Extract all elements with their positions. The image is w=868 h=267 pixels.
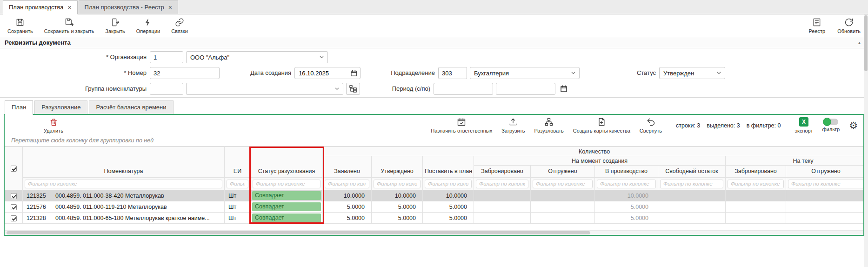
link-icon <box>175 18 184 27</box>
period-from-input[interactable] <box>434 83 493 95</box>
number-input[interactable] <box>150 67 220 79</box>
horizontal-scrollbar-thumb[interactable] <box>7 231 590 234</box>
explode-button[interactable]: Разузловать <box>534 117 563 134</box>
vertical-scrollbar[interactable] <box>864 14 868 267</box>
table-row[interactable]: 121328000.4859. 011.000-65-180 Металлору… <box>5 213 864 224</box>
organization-select[interactable]: ООО "Альфа" <box>186 51 328 63</box>
row-unit: Шт <box>225 201 251 213</box>
period-to-input[interactable] <box>496 83 555 95</box>
document-form: * Организация ООО "Альфа" * Номер Дата с… <box>0 48 868 98</box>
row-checkbox[interactable] <box>11 193 17 199</box>
close-tab-icon[interactable]: × <box>67 5 71 10</box>
select-all-checkbox[interactable] <box>11 166 17 172</box>
window-tab-registry[interactable]: План производства - Реестр × <box>79 0 178 14</box>
filter-input-requested[interactable] <box>325 180 369 188</box>
col-header-free-balance[interactable]: Свободный остаток <box>658 166 726 178</box>
row-in-production: 10.0000 <box>595 190 658 201</box>
collapse-icon[interactable]: ▲ <box>857 37 861 48</box>
filter-input-unit[interactable] <box>227 180 248 188</box>
row-checkbox[interactable] <box>11 204 17 210</box>
status-select[interactable]: Утвержден <box>659 67 725 79</box>
filter-input-in-production[interactable] <box>597 180 656 188</box>
window-tab-plan[interactable]: План производства × <box>3 0 78 14</box>
col-header-to-plan[interactable]: Поставить в план <box>423 156 474 178</box>
export-button[interactable]: X экспорт <box>795 117 813 134</box>
plan-panel: Удалить Назначить ответственных Загрузит… <box>4 114 864 236</box>
calendar-icon[interactable] <box>350 70 357 77</box>
assign-responsible-button[interactable]: Назначить ответственных <box>431 117 492 134</box>
col-header-unit[interactable]: ЕИ <box>225 147 251 178</box>
nomenclature-group-code-input[interactable] <box>150 83 183 95</box>
filter-input-reserved[interactable] <box>476 180 528 188</box>
close-button[interactable]: Закрыть <box>105 18 125 34</box>
row-select-cell[interactable] <box>5 190 23 201</box>
row-id: 121328 <box>27 215 55 221</box>
status-badge: Совпадает <box>252 214 321 222</box>
close-tab-icon[interactable]: × <box>168 5 172 10</box>
gear-icon[interactable]: ⚙ <box>849 121 858 130</box>
status-label: Статус <box>615 67 656 79</box>
toggle-switch-icon[interactable] <box>823 119 838 125</box>
department-code-input[interactable] <box>438 67 467 79</box>
department-select[interactable]: Бухгалтерия <box>470 67 580 79</box>
row-select-cell[interactable] <box>5 201 23 213</box>
creation-date-field[interactable] <box>294 67 361 79</box>
table-row[interactable]: 121576000.4859. 011.000-119-210 Металлор… <box>5 201 864 213</box>
save-button[interactable]: Сохранить <box>7 18 33 34</box>
col-group-at-creation: На момент создания <box>474 156 726 166</box>
save-close-icon <box>65 18 74 27</box>
organization-code-input[interactable] <box>150 51 183 63</box>
nomenclature-tree-button[interactable] <box>346 83 360 95</box>
select-all-cell[interactable] <box>5 147 23 190</box>
filter-input-free-balance[interactable] <box>660 180 723 188</box>
col-group-quantity: Количество <box>323 147 864 156</box>
table-row[interactable]: 121325000.4859. 011.000-38-420 Металлору… <box>5 190 864 201</box>
filter-input-reserved-current[interactable] <box>728 180 784 188</box>
calendar-icon <box>560 85 568 93</box>
period-calendar-button[interactable] <box>560 83 568 95</box>
creation-date-input[interactable] <box>298 69 348 77</box>
group-by-dropzone[interactable]: Перетащите сюда колонку для группировки … <box>5 135 863 147</box>
save-and-close-button[interactable]: Сохранить и закрыть <box>44 18 94 34</box>
filter-input-explosion-status[interactable] <box>253 180 320 188</box>
filter-cell <box>225 178 251 190</box>
filter-input-approved[interactable] <box>374 180 421 188</box>
tab-time-balance[interactable]: Расчёт баланса времени <box>89 100 173 114</box>
row-approved: 10.0000 <box>372 190 423 201</box>
col-header-explosion-status[interactable]: Статус разузлования <box>251 147 323 178</box>
col-header-reserved[interactable]: Забронировано <box>474 166 531 178</box>
tab-plan[interactable]: План <box>5 100 33 115</box>
operations-button[interactable]: Операции <box>136 18 160 34</box>
col-header-approved[interactable]: Утверждено <box>372 156 423 178</box>
row-select-cell[interactable] <box>5 213 23 224</box>
links-button[interactable]: Связки <box>171 18 188 34</box>
filter-toggle[interactable]: фильтр <box>822 119 840 132</box>
vertical-scrollbar-thumb[interactable] <box>864 15 868 71</box>
save-icon <box>15 18 25 27</box>
collapse-rows-button[interactable]: Свернуть <box>640 117 662 134</box>
filter-input-shipped-current[interactable] <box>788 180 863 188</box>
horizontal-scrollbar[interactable] <box>5 230 863 235</box>
col-header-shipped-current[interactable]: Отгружено <box>786 166 864 178</box>
filter-input-nomenclature[interactable] <box>25 180 222 188</box>
excel-export-icon: X <box>799 117 808 127</box>
col-header-shipped[interactable]: Отгружено <box>531 166 595 178</box>
filter-cell <box>23 178 225 190</box>
row-to-plan: 5.0000 <box>423 201 474 213</box>
col-header-in-production[interactable]: В производство <box>595 166 658 178</box>
registry-button[interactable]: Реестр <box>808 18 825 34</box>
nomenclature-group-select[interactable] <box>186 83 343 95</box>
filter-cell <box>531 178 595 190</box>
table-wrap: Номенклатура ЕИ Статус разузлования Коли… <box>5 147 863 224</box>
col-header-nomenclature[interactable]: Номенклатура <box>23 147 225 178</box>
refresh-button[interactable]: Обновить <box>837 18 861 34</box>
row-checkbox[interactable] <box>11 215 17 221</box>
filter-input-to-plan[interactable] <box>425 180 472 188</box>
col-header-requested[interactable]: Заявлено <box>323 156 372 178</box>
delete-button[interactable]: Удалить <box>44 118 63 134</box>
create-quality-cards-button[interactable]: Создать карты качества <box>573 117 630 134</box>
filter-input-shipped[interactable] <box>533 180 593 188</box>
tab-explosion[interactable]: Разузлование <box>34 100 87 114</box>
col-header-reserved-current[interactable]: Забронировано <box>726 166 786 178</box>
load-button[interactable]: Загрузить <box>501 117 525 134</box>
